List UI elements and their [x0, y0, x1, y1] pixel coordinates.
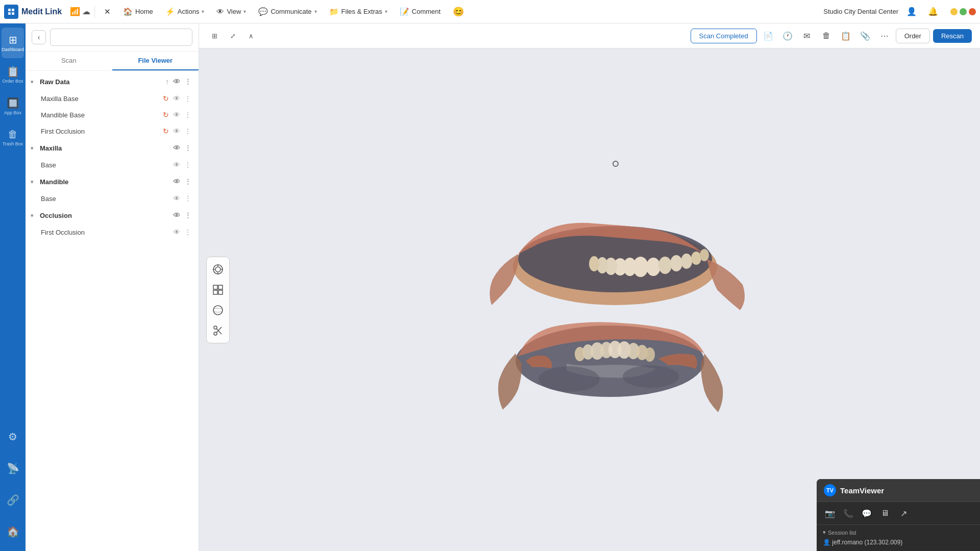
more2-button[interactable]: ⋯: [876, 28, 893, 44]
svg-point-27: [215, 267, 220, 272]
scan-completed-button[interactable]: Scan Completed: [691, 29, 757, 43]
tree-group-occlusion-header[interactable]: ▾ Occlusion 👁 ⋮: [26, 207, 199, 224]
panel-back-button[interactable]: ‹: [32, 30, 46, 44]
left-panel: ‹ Scan File Viewer ▾ Raw Data ↑ 👁: [26, 23, 199, 551]
actions-button[interactable]: ⚡ Actions ▾: [160, 4, 210, 19]
occlusion-more-icon[interactable]: ⋮: [183, 210, 192, 220]
mandible-more-icon[interactable]: ⋮: [183, 177, 192, 187]
chevron-occlusion: ▾: [31, 213, 37, 218]
sidebar-item-dashboard[interactable]: ⊞ Dashboard: [2, 28, 24, 58]
maxilla-base-refresh-icon[interactable]: ↻: [162, 93, 170, 104]
user-profile-button[interactable]: 👤: [903, 4, 920, 20]
first-occlusion-eye-icon[interactable]: 👁: [172, 227, 181, 237]
tree-item-maxilla-base-child[interactable]: Base 👁 ⋮: [26, 157, 199, 173]
comment-button[interactable]: 📝 Comment: [395, 4, 446, 19]
close-window-button[interactable]: [969, 8, 976, 15]
mandible-base-child-more-icon[interactable]: ⋮: [183, 193, 192, 204]
copy-button[interactable]: 📋: [838, 28, 854, 44]
teamviewer-logo: TV: [824, 484, 836, 496]
transform-tool-button[interactable]: [209, 281, 227, 299]
sidebar-item-app[interactable]: 🔲 App Box: [2, 91, 24, 121]
delete-button[interactable]: 🗑: [818, 28, 835, 44]
mail-button[interactable]: ✉: [799, 28, 815, 44]
tab-scan[interactable]: Scan: [26, 52, 112, 70]
first-occlusion-raw-eye-icon[interactable]: 👁: [172, 126, 181, 136]
tv-session-list-label[interactable]: ▾ Session list: [823, 529, 974, 536]
attachment-button[interactable]: 📎: [857, 28, 873, 44]
sidebar-label-trash: Trash Box: [3, 142, 23, 147]
viewer-3d-area[interactable]: TV TeamViewer 📷 📞 💬 🖥 ↗ ▾ Session list: [199, 48, 980, 551]
home-button[interactable]: 🏠 Home: [118, 4, 158, 19]
sidebar-settings[interactable]: ⚙: [2, 421, 24, 452]
mandible-base-child-eye-icon[interactable]: 👁: [172, 193, 181, 204]
first-occlusion-raw-more-icon[interactable]: ⋮: [183, 126, 192, 136]
sidebar-share[interactable]: 🔗: [2, 485, 24, 515]
tree-group-occlusion: ▾ Occlusion 👁 ⋮ First Occlusion 👁 ⋮: [26, 207, 199, 240]
tree-item-first-occlusion-raw[interactable]: First Occlusion ↻ 👁 ⋮: [26, 123, 199, 139]
tab-file-viewer[interactable]: File Viewer: [112, 52, 199, 70]
maxilla-base-more-icon[interactable]: ⋮: [183, 93, 192, 104]
files-icon: 📁: [329, 7, 339, 16]
panel-search-input[interactable]: [50, 29, 192, 46]
share-icon: 🔗: [7, 494, 19, 506]
svg-rect-32: [213, 285, 217, 289]
rescan-button[interactable]: Rescan: [933, 29, 972, 43]
maxilla-eye-icon[interactable]: 👁: [172, 143, 181, 153]
sidebar-connect[interactable]: 📡: [2, 453, 24, 484]
occlusion-eye-icon[interactable]: 👁: [172, 210, 181, 220]
target-tool-button[interactable]: [209, 260, 227, 279]
sphere-tool-button[interactable]: [209, 301, 227, 319]
maxilla-base-eye-icon[interactable]: 👁: [172, 93, 181, 104]
collapse-icon[interactable]: ∧: [244, 29, 258, 43]
tree-item-maxilla-base[interactable]: Maxilla Base ↻ 👁 ⋮: [26, 90, 199, 107]
maximize-button[interactable]: [960, 8, 967, 15]
main-viewer: ⊞ ⤢ ∧ Scan Completed 📄 🕐 ✉ 🗑 📋 📎 ⋯ Order…: [199, 23, 980, 551]
brand-logo: Medit Link: [4, 5, 62, 19]
raw-data-eye-icon[interactable]: 👁: [172, 77, 181, 87]
tree-item-mandible-base-child[interactable]: Base 👁 ⋮: [26, 190, 199, 207]
mandible-base-more-icon[interactable]: ⋮: [183, 110, 192, 120]
first-occlusion-more-icon[interactable]: ⋮: [183, 227, 192, 237]
brand-icon: [4, 5, 18, 19]
raw-data-more-icon[interactable]: ⋮: [183, 77, 192, 87]
notes-button[interactable]: 📄: [760, 28, 776, 44]
view-button[interactable]: 👁 View ▾: [211, 4, 251, 19]
mandible-base-refresh-icon[interactable]: ↻: [162, 110, 170, 120]
svg-point-24: [538, 366, 600, 392]
mandible-base-eye-icon[interactable]: 👁: [172, 110, 181, 120]
maxilla-more-icon[interactable]: ⋮: [183, 143, 192, 153]
communicate-button[interactable]: 💬 Communicate ▾: [253, 4, 322, 19]
tree-item-first-occlusion[interactable]: First Occlusion 👁 ⋮: [26, 224, 199, 240]
tv-chat-button[interactable]: 💬: [860, 506, 874, 520]
tree-group-raw-data-header[interactable]: ▾ Raw Data ↑ 👁 ⋮: [26, 73, 199, 90]
first-occlusion-raw-refresh-icon[interactable]: ↻: [162, 126, 170, 136]
order-button[interactable]: Order: [896, 29, 930, 43]
tv-session-item[interactable]: 👤 jeff.romano (123.302.009): [823, 538, 974, 547]
first-occlusion-raw-label: First Occlusion: [41, 128, 162, 135]
notifications-button[interactable]: 🔔: [925, 4, 941, 20]
fullscreen-icon[interactable]: ⤢: [226, 29, 240, 43]
minimize-button[interactable]: [950, 8, 958, 15]
tree-group-maxilla-header[interactable]: ▾ Maxilla 👁 ⋮: [26, 139, 199, 157]
files-extras-button[interactable]: 📁 Files & Extras ▾: [324, 4, 393, 19]
tv-camera-button[interactable]: 📷: [823, 506, 837, 520]
mandible-eye-icon[interactable]: 👁: [172, 177, 181, 187]
close-button[interactable]: ✕: [99, 4, 116, 19]
history-button[interactable]: 🕐: [779, 28, 796, 44]
svg-rect-33: [218, 285, 223, 289]
sidebar-item-orders[interactable]: 📋 Order Box: [2, 59, 24, 90]
tv-share-button[interactable]: ↗: [896, 506, 911, 520]
maxilla-base-child-more-icon[interactable]: ⋮: [183, 160, 192, 170]
sidebar-home[interactable]: 🏠: [2, 516, 24, 547]
maxilla-base-child-eye-icon[interactable]: 👁: [172, 160, 181, 170]
cut-tool-button[interactable]: [209, 321, 227, 340]
tv-screen-button[interactable]: 🖥: [878, 506, 892, 520]
tree-group-mandible-header[interactable]: ▾ Mandible 👁 ⋮: [26, 173, 199, 190]
sidebar-item-trash[interactable]: 🗑 Trash Box: [2, 122, 24, 153]
raw-data-upload-icon[interactable]: ↑: [164, 77, 170, 87]
nav-separator: [94, 6, 95, 18]
tv-phone-button[interactable]: 📞: [841, 506, 855, 520]
tree-item-mandible-base[interactable]: Mandible Base ↻ 👁 ⋮: [26, 107, 199, 123]
grid-view-icon[interactable]: ⊞: [207, 29, 222, 43]
emoji-button[interactable]: 😊: [448, 3, 469, 20]
